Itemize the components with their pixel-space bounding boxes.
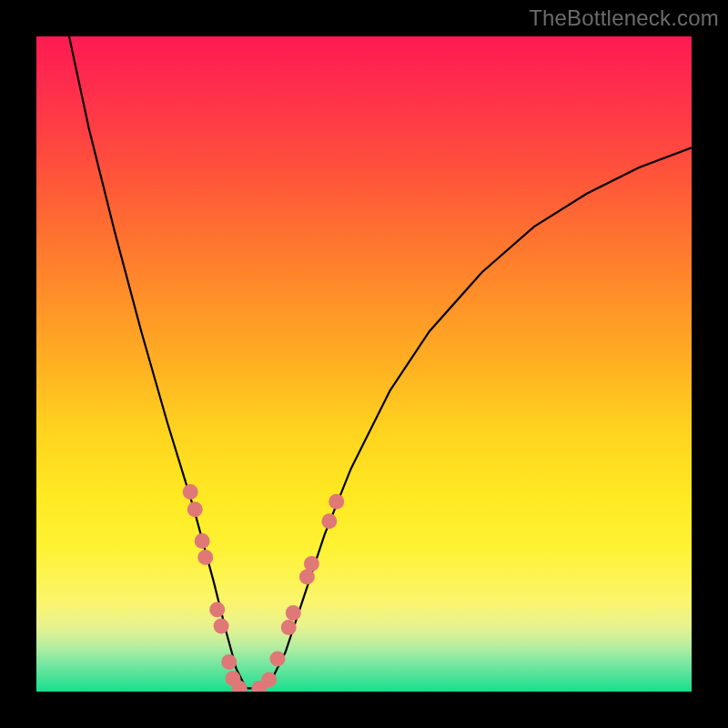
bottleneck-curve: [69, 36, 692, 688]
marker-dot: [221, 654, 237, 670]
marker-dot: [214, 619, 229, 634]
marker-dot: [195, 533, 210, 549]
marker-group-bottom: [232, 681, 268, 692]
marker-group-left: [183, 484, 241, 686]
curve-overlay: [36, 36, 692, 692]
marker-dot: [286, 605, 301, 621]
marker-group-right: [261, 494, 344, 688]
watermark: TheBottleneck.com: [529, 5, 719, 31]
marker-dot: [321, 513, 337, 529]
marker-dot: [281, 620, 297, 635]
marker-dot: [187, 501, 203, 517]
marker-dot: [269, 652, 285, 667]
marker-dot: [209, 602, 225, 618]
marker-dot: [197, 550, 213, 565]
chart-frame: TheBottleneck.com: [0, 0, 728, 728]
marker-dot: [304, 556, 319, 571]
plot-area: [36, 36, 692, 692]
marker-dot: [183, 484, 198, 500]
marker-dot: [329, 494, 344, 510]
